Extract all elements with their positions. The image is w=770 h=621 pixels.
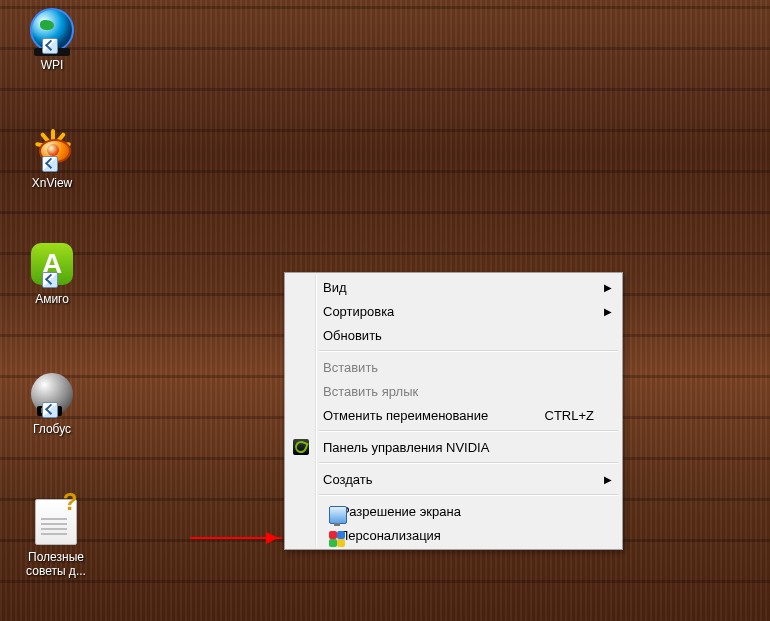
submenu-arrow-icon: ▶ [604, 474, 612, 485]
shortcut-overlay-icon [42, 402, 58, 418]
shortcut-overlay-icon [42, 156, 58, 172]
menu-item-label: Разрешение экрана [341, 504, 461, 519]
menu-item-sort[interactable]: Сортировка ▶ [287, 299, 620, 323]
desktop-icon-label: Амиго [14, 292, 90, 306]
annotation-arrow [190, 537, 282, 539]
menu-item-label: Вставить [323, 360, 378, 375]
amigo-app-icon: A [28, 240, 76, 288]
desktop-icon-label: XnView [14, 176, 90, 190]
menu-item-paste-shortcut: Вставить ярлык [287, 379, 620, 403]
menu-separator [319, 494, 618, 496]
monitor-icon [329, 506, 347, 524]
menu-item-label: Вид [323, 280, 347, 295]
desktop-icon-xnview[interactable]: XnView [14, 124, 90, 190]
desktop[interactable]: WPI XnView A Амиго [0, 0, 770, 621]
desktop-icon-globus[interactable]: Глобус [14, 370, 90, 436]
menu-item-label: Панель управления NVIDIA [323, 440, 489, 455]
menu-item-view[interactable]: Вид ▶ [287, 275, 620, 299]
xnview-app-icon [28, 124, 76, 172]
menu-item-label: Персонализация [339, 528, 441, 543]
menu-item-label: Сортировка [323, 304, 394, 319]
desktop-icon-amigo[interactable]: A Амиго [14, 240, 90, 306]
menu-item-label: Обновить [323, 328, 382, 343]
desktop-icon-label: Глобус [14, 422, 90, 436]
desktop-icon-help-document[interactable]: ? Полезные советы д... [14, 498, 98, 578]
menu-item-new[interactable]: Создать ▶ [287, 467, 620, 491]
menu-item-label: Вставить ярлык [323, 384, 418, 399]
menu-item-refresh[interactable]: Обновить [287, 323, 620, 347]
submenu-arrow-icon: ▶ [604, 282, 612, 293]
menu-item-undo-rename[interactable]: Отменить переименование CTRL+Z [287, 403, 620, 427]
desktop-icon-label: Полезные советы д... [14, 550, 98, 578]
shortcut-overlay-icon [42, 38, 58, 54]
menu-item-shortcut: CTRL+Z [545, 408, 612, 423]
shortcut-overlay-icon [42, 272, 58, 288]
menu-item-label: Отменить переименование [323, 408, 488, 423]
help-document-icon: ? [32, 498, 80, 546]
globe-pro-app-icon [28, 370, 76, 418]
desktop-icon-wpi[interactable]: WPI [14, 6, 90, 72]
nvidia-icon [293, 439, 309, 455]
menu-item-label: Создать [323, 472, 372, 487]
desktop-icon-label: WPI [14, 58, 90, 72]
menu-separator [319, 462, 618, 464]
menu-item-nvidia-control-panel[interactable]: Панель управления NVIDIA [287, 435, 620, 459]
submenu-arrow-icon: ▶ [604, 306, 612, 317]
personalize-icon [329, 531, 345, 547]
desktop-context-menu: Вид ▶ Сортировка ▶ Обновить Вставить Вст… [284, 272, 623, 550]
menu-separator [319, 430, 618, 432]
menu-separator [319, 350, 618, 352]
globe-app-icon [28, 6, 76, 54]
menu-item-personalize[interactable]: Персонализация [287, 523, 620, 547]
menu-item-paste: Вставить [287, 355, 620, 379]
menu-item-screen-resolution[interactable]: Разрешение экрана [287, 499, 620, 523]
